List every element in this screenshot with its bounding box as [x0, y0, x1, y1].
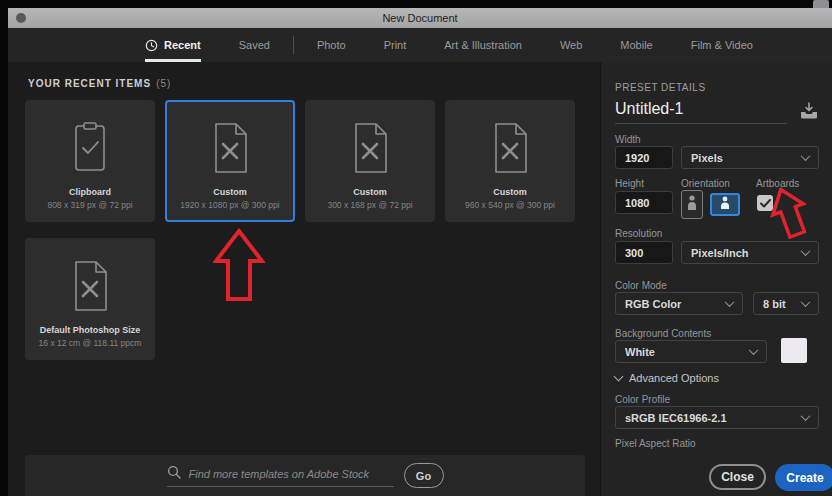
- resolution-label: Resolution: [615, 228, 662, 239]
- chevron-down-icon: [801, 246, 811, 256]
- pixel-aspect-ratio-label: Pixel Aspect Ratio: [615, 438, 696, 449]
- document-custom-icon: [348, 120, 392, 180]
- artboards-label: Artboards: [756, 178, 799, 189]
- width-unit-dropdown[interactable]: Pixels: [681, 146, 819, 169]
- create-button[interactable]: Create: [775, 464, 832, 491]
- window-close-button[interactable]: [16, 13, 26, 23]
- dialog-title: New Document: [382, 12, 457, 24]
- color-profile-dropdown[interactable]: sRGB IEC61966-2.1: [615, 406, 819, 429]
- card-title: Custom: [353, 187, 387, 197]
- width-unit-value: Pixels: [691, 152, 723, 164]
- card-dimensions: 1920 x 1080 px @ 300 ppi: [180, 200, 279, 210]
- color-profile-label: Color Profile: [615, 394, 670, 405]
- new-document-dialog: New Document Recent Saved Photo Print Ar…: [8, 8, 832, 496]
- preset-card-default-photoshop-size[interactable]: Default Photoshop Size 16 x 12 cm @ 118.…: [25, 238, 155, 360]
- tab-divider: [293, 36, 294, 54]
- background-color-swatch[interactable]: [781, 338, 807, 363]
- resolution-unit-value: Pixels/Inch: [691, 247, 748, 259]
- color-mode-label: Color Mode: [615, 280, 667, 291]
- preset-card-clipboard[interactable]: Clipboard 808 x 319 px @ 72 ppi: [25, 100, 155, 222]
- card-title: Default Photoshop Size: [40, 325, 141, 335]
- tab-recent[interactable]: Recent: [126, 28, 220, 62]
- chevron-down-icon: [749, 345, 759, 355]
- advanced-options-label: Advanced Options: [629, 372, 719, 384]
- bit-depth-dropdown[interactable]: 8 bit: [753, 292, 819, 315]
- close-button[interactable]: Close: [709, 464, 766, 490]
- width-label: Width: [615, 134, 641, 145]
- tab-print[interactable]: Print: [365, 28, 426, 62]
- bit-depth-value: 8 bit: [763, 298, 786, 310]
- tab-saved[interactable]: Saved: [220, 28, 289, 62]
- color-mode-value: RGB Color: [625, 298, 681, 310]
- height-input[interactable]: [615, 191, 673, 214]
- tab-label: Web: [560, 39, 582, 51]
- artboards-checkbox[interactable]: [757, 195, 773, 211]
- checkmark-icon: [760, 194, 771, 212]
- card-dimensions: 16 x 12 cm @ 118.11 ppcm: [39, 338, 142, 348]
- recent-items-count: (5): [156, 78, 171, 89]
- tab-film-video[interactable]: Film & Video: [672, 28, 772, 62]
- advanced-options-toggle[interactable]: Advanced Options: [615, 372, 719, 384]
- document-custom-icon: [68, 258, 112, 318]
- category-tabbar: Recent Saved Photo Print Art & Illustrat…: [8, 28, 832, 62]
- card-dimensions: 300 x 168 px @ 72 ppi: [327, 200, 412, 210]
- orientation-portrait-button[interactable]: [681, 190, 703, 219]
- tab-label: Mobile: [620, 39, 652, 51]
- tab-label: Film & Video: [691, 39, 753, 51]
- card-dimensions: 960 x 540 px @ 300 ppi: [465, 200, 555, 210]
- card-title: Clipboard: [69, 187, 111, 197]
- clipboard-check-icon: [69, 120, 111, 180]
- recent-items-header: YOUR RECENT ITEMS(5): [28, 78, 171, 89]
- landscape-orientation-icon: [719, 195, 731, 214]
- resolution-unit-dropdown[interactable]: Pixels/Inch: [681, 241, 819, 264]
- tab-label: Recent: [164, 39, 201, 51]
- color-profile-value: sRGB IEC61966-2.1: [625, 412, 727, 424]
- background-contents-label: Background Contents: [615, 328, 711, 339]
- adobe-stock-search-strip: Go: [25, 455, 585, 496]
- width-input[interactable]: [615, 146, 673, 169]
- chevron-down-icon: [801, 297, 811, 307]
- document-name-input[interactable]: [615, 100, 787, 124]
- preset-card-custom-960[interactable]: Custom 960 x 540 px @ 300 ppi: [445, 100, 575, 222]
- tab-photo[interactable]: Photo: [298, 28, 365, 62]
- orientation-landscape-button[interactable]: [710, 193, 740, 216]
- clock-icon: [145, 39, 158, 52]
- template-search-input[interactable]: [189, 468, 394, 480]
- chevron-down-icon: [801, 151, 811, 161]
- card-title: Custom: [493, 187, 527, 197]
- chevron-down-icon: [725, 297, 735, 307]
- chevron-down-icon: [614, 372, 624, 382]
- background-contents-dropdown[interactable]: White: [615, 340, 767, 363]
- recent-items-panel: YOUR RECENT ITEMS(5) Clipboard 808 x 319…: [8, 62, 600, 496]
- chevron-down-icon: [801, 411, 811, 421]
- orientation-label: Orientation: [681, 178, 730, 189]
- go-button[interactable]: Go: [404, 463, 444, 488]
- height-label: Height: [615, 178, 644, 189]
- tab-label: Photo: [317, 39, 346, 51]
- resolution-input[interactable]: [615, 241, 673, 264]
- color-mode-dropdown[interactable]: RGB Color: [615, 292, 743, 315]
- preset-card-custom-1920[interactable]: Custom 1920 x 1080 px @ 300 ppi: [165, 100, 295, 222]
- card-title: Custom: [213, 187, 247, 197]
- card-dimensions: 808 x 319 px @ 72 ppi: [47, 200, 132, 210]
- portrait-orientation-icon: [686, 193, 698, 216]
- document-custom-icon: [208, 120, 252, 180]
- search-icon: [167, 465, 181, 483]
- preset-details-header: PRESET DETAILS: [615, 82, 706, 93]
- tab-web[interactable]: Web: [541, 28, 601, 62]
- tab-mobile[interactable]: Mobile: [601, 28, 671, 62]
- preset-details-panel: PRESET DETAILS Width Pixels Height Orien…: [600, 62, 832, 496]
- background-contents-value: White: [625, 346, 655, 358]
- tab-art-illustration[interactable]: Art & Illustration: [425, 28, 541, 62]
- tab-label: Saved: [239, 39, 270, 51]
- tab-label: Art & Illustration: [444, 39, 522, 51]
- save-preset-icon[interactable]: [799, 102, 819, 123]
- tab-label: Print: [384, 39, 407, 51]
- preset-card-custom-300[interactable]: Custom 300 x 168 px @ 72 ppi: [305, 100, 435, 222]
- document-custom-icon: [488, 120, 532, 180]
- dialog-titlebar: New Document: [8, 8, 832, 28]
- create-button-label: Create: [786, 471, 823, 485]
